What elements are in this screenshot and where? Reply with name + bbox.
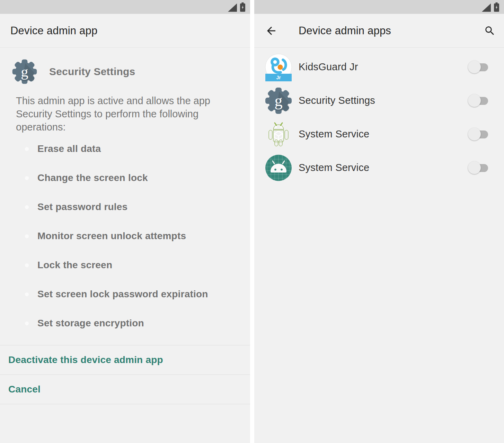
security-settings-gear-icon: g [11,58,38,85]
bullet-icon [25,147,29,151]
battery-charging-icon [240,2,245,12]
admin-app-row[interactable]: System Service [254,117,504,151]
app-name-label: System Service [299,162,369,173]
operation-item: Change the screen lock [0,163,250,192]
svg-text:Jr: Jr [276,75,281,80]
android-head-icon [265,153,292,182]
operations-list: Erase all data Change the screen lock Se… [0,134,250,338]
operation-item: Set screen lock password expiration [0,280,250,309]
toggle-thumb [468,161,481,174]
cancel-label: Cancel [8,384,41,395]
device-admin-apps-screen: Device admin apps Jr KidsGuard Jr [254,0,504,443]
bullet-icon [25,176,29,180]
operation-item: Set storage encryption [0,309,250,338]
gear-g-icon: g [265,86,292,115]
right-header: Device admin apps [254,14,504,48]
operation-item: Set password rules [0,192,250,222]
toggle-off[interactable] [468,61,488,74]
search-button[interactable] [483,24,496,37]
admin-app-row[interactable]: g Security Settings [254,84,504,117]
toggle-off[interactable] [468,94,488,107]
svg-text:g: g [21,63,28,80]
search-icon [484,25,496,37]
toggle-thumb [468,61,481,73]
admin-app-row[interactable]: Jr KidsGuard Jr [254,50,504,84]
admin-app-name: Security Settings [49,66,135,78]
page-title: Device admin apps [299,25,391,37]
bullet-icon [25,205,29,209]
operation-label: Set screen lock password expiration [37,289,208,300]
operation-label: Lock the screen [37,260,112,271]
page-title: Device admin app [10,25,97,37]
divider [0,404,250,404]
operation-label: Set storage encryption [37,318,144,329]
app-name-label: System Service [299,128,369,140]
back-button[interactable] [265,24,278,37]
app-name-label: Security Settings [299,95,375,106]
cancel-button[interactable]: Cancel [0,375,250,404]
admin-apps-list: Jr KidsGuard Jr [254,50,504,184]
operation-item: Lock the screen [0,251,250,280]
bullet-icon [25,322,29,325]
toggle-thumb [468,128,481,141]
admin-app-identity: g Security Settings [11,58,135,85]
toggle-off[interactable] [468,161,488,174]
back-arrow-icon [265,25,277,37]
bullet-icon [25,234,29,238]
status-bar [254,0,504,14]
left-header: Device admin app [0,14,250,48]
status-bar [0,0,250,14]
operation-item: Monitor screen unlock attempts [0,222,250,251]
deactivate-admin-label: Deactivate this device admin app [8,354,163,365]
toggle-thumb [468,94,481,107]
battery-charging-icon [494,2,499,12]
device-admin-app-screen: Device admin app g Sec [0,0,250,443]
app-name-label: KidsGuard Jr [299,61,358,73]
kidsguard-jr-icon: Jr [265,53,292,82]
bullet-icon [25,292,29,296]
operation-label: Monitor screen unlock attempts [37,230,186,242]
deactivate-admin-button[interactable]: Deactivate this device admin app [0,345,250,374]
operation-label: Set password rules [37,201,127,213]
panel-divider [250,0,254,443]
operation-label: Erase all data [37,143,101,154]
admin-app-description: This admin app is active and allows the … [16,94,240,134]
operation-label: Change the screen lock [37,172,148,183]
toggle-off[interactable] [468,128,488,141]
admin-app-row[interactable]: System Service [254,151,504,184]
bullet-icon [25,263,29,267]
operation-item: Erase all data [0,134,250,163]
signal-icon [228,3,237,12]
signal-icon [482,3,491,12]
svg-text:g: g [275,92,283,109]
android-robot-icon [265,120,292,149]
